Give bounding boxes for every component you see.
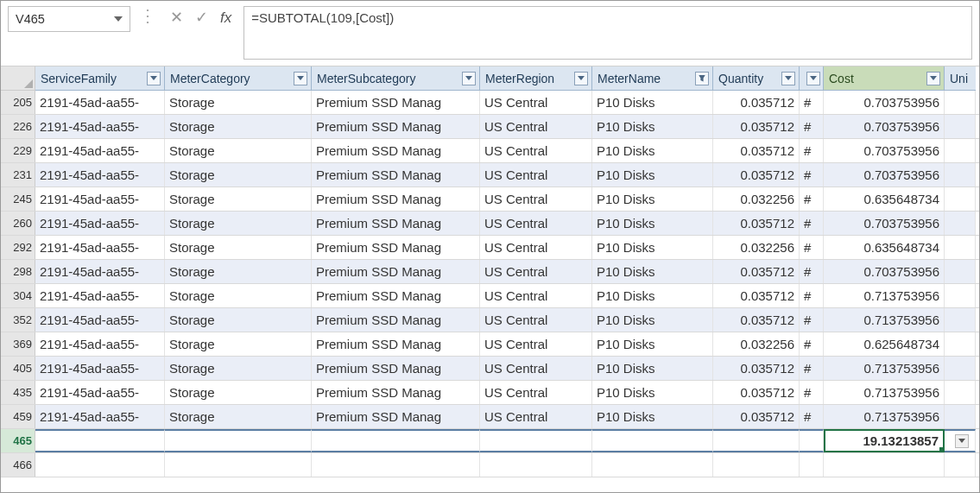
cell-metersubcategory[interactable]: Premium SSD Manag	[312, 91, 480, 114]
cell-narrow[interactable]: #	[800, 405, 824, 428]
cell[interactable]	[312, 453, 480, 477]
cell-unit[interactable]	[945, 115, 976, 138]
cell-quantity[interactable]: 0.032256	[713, 187, 800, 211]
col-quantity[interactable]: Quantity	[713, 66, 800, 91]
cell-meterregion[interactable]: US Central	[480, 187, 592, 211]
cell-unit[interactable]	[945, 405, 976, 428]
col-cost[interactable]: Cost	[824, 66, 945, 91]
cell-metercategory[interactable]: Storage	[165, 357, 312, 380]
col-metersubcategory[interactable]: MeterSubcategory	[312, 66, 480, 91]
row-number[interactable]: 298	[1, 260, 35, 283]
cell-servicefamily[interactable]: 2191-45ad-aa55-	[35, 405, 165, 428]
cell[interactable]	[713, 429, 800, 452]
cell-quantity[interactable]: 0.035712	[713, 357, 800, 380]
cell-metersubcategory[interactable]: Premium SSD Manag	[312, 236, 480, 259]
row-number[interactable]: 205	[1, 91, 35, 114]
cell-metercategory[interactable]: Storage	[165, 332, 312, 356]
cell-unit[interactable]	[945, 139, 976, 162]
name-box[interactable]: V465	[8, 6, 130, 32]
cell[interactable]	[35, 429, 165, 452]
cell[interactable]	[165, 429, 312, 452]
cell-quantity[interactable]: 0.035712	[713, 139, 800, 162]
cell-metersubcategory[interactable]: Premium SSD Manag	[312, 357, 480, 380]
cell-narrow[interactable]: #	[800, 381, 824, 404]
cell-meterregion[interactable]: US Central	[480, 260, 592, 283]
cell-unit[interactable]	[945, 236, 976, 259]
cell-cost[interactable]: 0.713753956	[824, 381, 945, 404]
cell-servicefamily[interactable]: 2191-45ad-aa55-	[35, 139, 165, 162]
row-number[interactable]: 245	[1, 187, 35, 211]
cell-metercategory[interactable]: Storage	[165, 139, 312, 162]
cell-servicefamily[interactable]: 2191-45ad-aa55-	[35, 381, 165, 404]
cell-metername[interactable]: P10 Disks	[592, 91, 713, 114]
row-number[interactable]: 229	[1, 139, 35, 162]
cell[interactable]	[713, 453, 800, 477]
cancel-icon[interactable]: ✕	[170, 9, 183, 25]
cell-unit[interactable]	[945, 260, 976, 283]
filter-applied-icon[interactable]	[695, 72, 709, 85]
row-number[interactable]: 405	[1, 357, 35, 380]
cell-metercategory[interactable]: Storage	[165, 163, 312, 186]
cell-narrow[interactable]: #	[800, 91, 824, 114]
cell-metername[interactable]: P10 Disks	[592, 381, 713, 404]
cell-meterregion[interactable]: US Central	[480, 381, 592, 404]
cell-cost[interactable]: 0.713753956	[824, 405, 945, 428]
cell-metercategory[interactable]: Storage	[165, 212, 312, 235]
total-cost-cell[interactable]: 19.13213857	[824, 429, 945, 452]
cell-metercategory[interactable]: Storage	[165, 260, 312, 283]
cell-servicefamily[interactable]: 2191-45ad-aa55-	[35, 332, 165, 356]
row-number[interactable]: 231	[1, 163, 35, 186]
cell-meterregion[interactable]: US Central	[480, 357, 592, 380]
row-number[interactable]: 226	[1, 115, 35, 138]
cell-cost[interactable]: 0.713753956	[824, 357, 945, 380]
cell-meterregion[interactable]: US Central	[480, 236, 592, 259]
cell-metersubcategory[interactable]: Premium SSD Manag	[312, 308, 480, 332]
cell-unit[interactable]	[945, 381, 976, 404]
cell-meterregion[interactable]: US Central	[480, 332, 592, 356]
cell-servicefamily[interactable]: 2191-45ad-aa55-	[35, 284, 165, 307]
cell-narrow[interactable]: #	[800, 163, 824, 186]
col-servicefamily[interactable]: ServiceFamily	[35, 66, 165, 91]
filter-icon[interactable]	[294, 72, 307, 85]
cell-metername[interactable]: P10 Disks	[592, 284, 713, 307]
cell-meterregion[interactable]: US Central	[480, 139, 592, 162]
cell-metercategory[interactable]: Storage	[165, 91, 312, 114]
cell-metersubcategory[interactable]: Premium SSD Manag	[312, 187, 480, 211]
cell-narrow[interactable]: #	[800, 139, 824, 162]
cell-narrow[interactable]: #	[800, 308, 824, 332]
cell-narrow[interactable]: #	[800, 212, 824, 235]
cell-cost[interactable]: 0.713753956	[824, 308, 945, 332]
filter-icon[interactable]	[147, 72, 161, 85]
cell-meterregion[interactable]: US Central	[480, 163, 592, 186]
col-narrow[interactable]	[800, 66, 824, 91]
fx-icon[interactable]: fx	[220, 10, 231, 25]
col-meterregion[interactable]: MeterRegion	[480, 66, 592, 91]
col-unit[interactable]: Uni	[945, 66, 976, 91]
row-number[interactable]: 352	[1, 308, 35, 332]
cell-quantity[interactable]: 0.035712	[713, 284, 800, 307]
cell-metername[interactable]: P10 Disks	[592, 236, 713, 259]
cell-unit[interactable]	[945, 284, 976, 307]
cell-unit[interactable]	[945, 91, 976, 114]
cell-meterregion[interactable]: US Central	[480, 284, 592, 307]
cell-narrow[interactable]: #	[800, 236, 824, 259]
cell-narrow[interactable]: #	[800, 187, 824, 211]
cell-unit[interactable]	[945, 308, 976, 332]
cell[interactable]	[480, 453, 592, 477]
cell-metercategory[interactable]: Storage	[165, 115, 312, 138]
cell-metercategory[interactable]: Storage	[165, 405, 312, 428]
cell-metername[interactable]: P10 Disks	[592, 212, 713, 235]
cell-quantity[interactable]: 0.032256	[713, 236, 800, 259]
row-number[interactable]: 465	[1, 429, 35, 452]
cell-metername[interactable]: P10 Disks	[592, 139, 713, 162]
row-number[interactable]: 292	[1, 236, 35, 259]
filter-icon[interactable]	[574, 72, 588, 85]
cell[interactable]	[35, 453, 165, 477]
cell-metersubcategory[interactable]: Premium SSD Manag	[312, 405, 480, 428]
cell-servicefamily[interactable]: 2191-45ad-aa55-	[35, 163, 165, 186]
total-dropdown[interactable]	[945, 429, 976, 452]
cell-cost[interactable]: 0.703753956	[824, 260, 945, 283]
cell-servicefamily[interactable]: 2191-45ad-aa55-	[35, 187, 165, 211]
cell-metersubcategory[interactable]: Premium SSD Manag	[312, 332, 480, 356]
cell-quantity[interactable]: 0.035712	[713, 212, 800, 235]
